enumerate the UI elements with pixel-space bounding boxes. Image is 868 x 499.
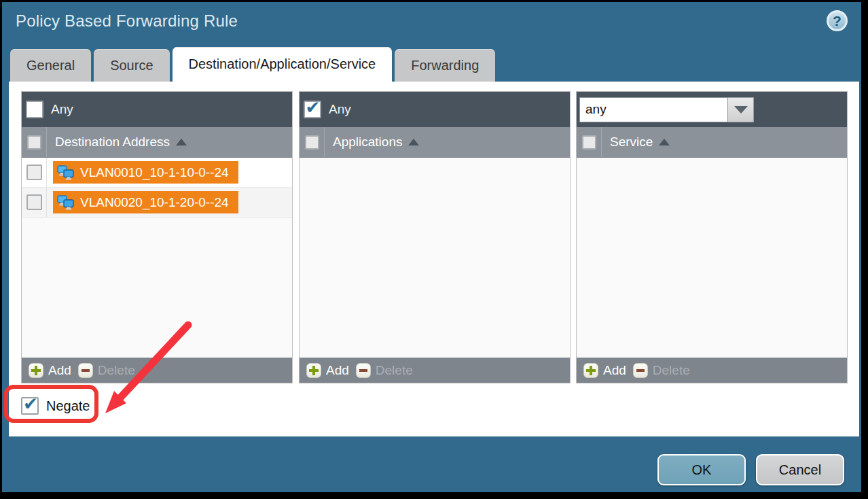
service-list: [577, 158, 847, 358]
tab-general[interactable]: General: [10, 49, 91, 82]
address-object-label: VLAN0010_10-1-10-0--24: [80, 165, 229, 180]
service-toolbar: Add Delete: [577, 358, 847, 383]
delete-button[interactable]: Delete: [356, 363, 413, 378]
tab-source[interactable]: Source: [94, 49, 169, 82]
page: Policy Based Forwarding Rule ? General S…: [0, 0, 868, 499]
minus-icon: [78, 363, 93, 378]
plus-icon: [583, 363, 598, 378]
policy-forwarding-dialog: Policy Based Forwarding Rule ? General S…: [2, 2, 861, 492]
add-button[interactable]: Add: [583, 363, 626, 378]
help-icon[interactable]: ?: [827, 10, 848, 31]
sort-ascending-icon: [176, 139, 187, 145]
service-dropdown-button[interactable]: [728, 97, 754, 122]
ok-button[interactable]: OK: [657, 454, 746, 485]
minus-icon: [356, 363, 371, 378]
service-select-all-checkbox[interactable]: [582, 135, 596, 150]
service-header-row: Service: [577, 127, 847, 158]
network-icon: [57, 165, 75, 180]
destination-toolbar: Add Delete: [22, 358, 292, 383]
delete-button[interactable]: Delete: [633, 363, 690, 378]
negate-checkbox[interactable]: [21, 397, 39, 415]
service-column-header[interactable]: Service: [610, 135, 670, 150]
destination-column-header[interactable]: Destination Address: [55, 135, 187, 150]
sort-ascending-icon: [408, 139, 419, 145]
destination-panel: Any Destination Address: [21, 91, 293, 383]
plus-icon: [306, 363, 321, 378]
address-object-label: VLAN0020_10-1-20-0--24: [80, 195, 229, 210]
destination-select-all-checkbox[interactable]: [27, 135, 41, 150]
destination-row-checkbox[interactable]: [26, 194, 42, 210]
table-row: VLAN0010_10-1-10-0--24: [22, 158, 292, 188]
delete-button[interactable]: Delete: [78, 363, 135, 378]
service-any-bar: any: [577, 92, 847, 127]
destination-list: VLAN0010_10-1-10-0--24: [22, 158, 292, 358]
service-dropdown-value[interactable]: any: [579, 97, 728, 122]
add-button[interactable]: Add: [306, 363, 349, 378]
sort-ascending-icon: [659, 139, 670, 145]
destination-row-checkbox[interactable]: [26, 165, 42, 180]
network-icon: [57, 195, 75, 210]
applications-list: [300, 158, 570, 358]
service-dropdown: any: [579, 97, 754, 122]
tab-destination-application-service[interactable]: Destination/Application/Service: [173, 47, 393, 82]
tab-forwarding[interactable]: Forwarding: [395, 49, 495, 82]
tab-content: Any Destination Address: [9, 82, 859, 436]
applications-any-bar: Any: [300, 92, 570, 127]
service-panel: any Service: [576, 91, 848, 383]
minus-icon: [633, 363, 648, 378]
applications-toolbar: Add Delete: [300, 358, 570, 383]
destination-any-checkbox[interactable]: [26, 101, 43, 118]
tab-bar: General Source Destination/Application/S…: [10, 47, 495, 82]
negate-row: Negate: [21, 397, 90, 415]
applications-any-label: Any: [329, 102, 351, 117]
applications-any-checkbox[interactable]: [304, 101, 321, 118]
destination-any-bar: Any: [22, 92, 292, 127]
address-object-chip[interactable]: VLAN0020_10-1-20-0--24: [53, 191, 238, 213]
plus-icon: [29, 363, 43, 378]
negate-label: Negate: [46, 398, 90, 414]
applications-column-header[interactable]: Applications: [333, 135, 419, 150]
destination-header-row: Destination Address: [22, 127, 292, 158]
add-button[interactable]: Add: [29, 363, 71, 378]
chevron-down-icon: [734, 106, 748, 114]
applications-header-row: Applications: [300, 127, 570, 158]
dialog-title: Policy Based Forwarding Rule: [16, 12, 238, 31]
destination-any-label: Any: [51, 102, 73, 117]
address-object-chip[interactable]: VLAN0010_10-1-10-0--24: [53, 161, 238, 184]
applications-panel: Any Applications Add: [299, 91, 571, 383]
table-row: VLAN0020_10-1-20-0--24: [22, 188, 292, 218]
applications-select-all-checkbox[interactable]: [305, 135, 319, 150]
cancel-button[interactable]: Cancel: [756, 454, 844, 485]
